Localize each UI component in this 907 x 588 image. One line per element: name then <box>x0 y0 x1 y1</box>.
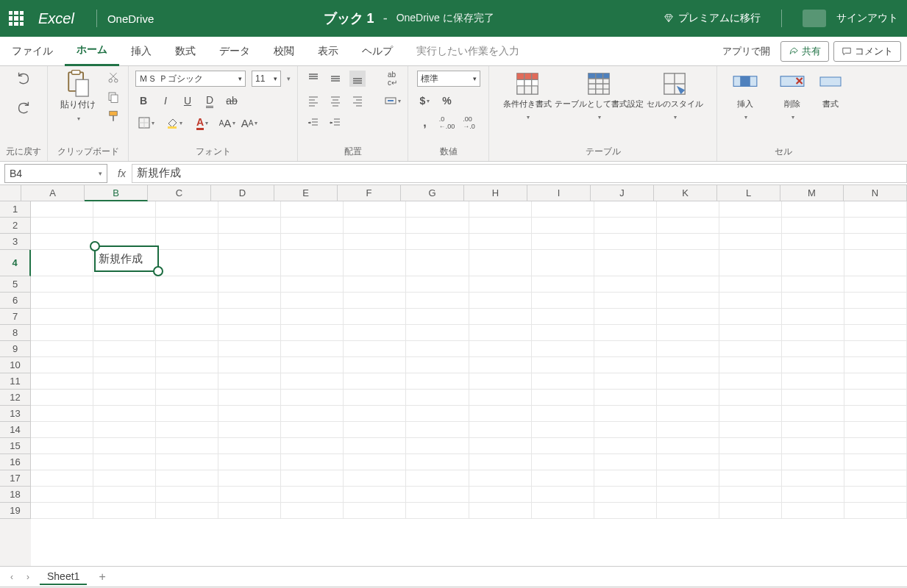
cell-I15[interactable] <box>532 438 594 454</box>
col-header-M[interactable]: M <box>780 185 844 201</box>
cell-C8[interactable] <box>156 325 218 341</box>
cell-C14[interactable] <box>156 422 218 438</box>
cell-L4[interactable] <box>719 250 782 276</box>
cell-M6[interactable] <box>782 293 844 309</box>
cell-N1[interactable] <box>844 201 907 218</box>
cell-D4[interactable] <box>218 250 281 276</box>
bold-button[interactable]: B <box>135 93 152 109</box>
cell-K15[interactable] <box>657 438 719 454</box>
doc-title[interactable]: ブック 1 <box>324 10 374 27</box>
cell-H9[interactable] <box>469 341 532 357</box>
cell-F8[interactable] <box>344 325 406 341</box>
cell-B13[interactable] <box>93 406 156 422</box>
strikethrough-button[interactable]: ab <box>224 93 240 109</box>
cell-F18[interactable] <box>344 487 406 503</box>
merge-button[interactable] <box>385 93 401 109</box>
cell-J3[interactable] <box>594 234 657 250</box>
formula-input[interactable]: 新規作成 <box>132 164 907 183</box>
undo-button[interactable] <box>15 71 32 87</box>
cell-L19[interactable] <box>719 503 782 519</box>
cell-J19[interactable] <box>594 503 657 519</box>
col-header-I[interactable]: I <box>527 185 591 201</box>
cell-B5[interactable] <box>93 276 156 293</box>
cell-H17[interactable] <box>469 470 532 487</box>
cell-H12[interactable] <box>469 390 532 406</box>
cell-C4[interactable] <box>156 250 218 276</box>
cell-F17[interactable] <box>344 470 406 487</box>
cell-M19[interactable] <box>782 503 844 519</box>
cell-J2[interactable] <box>594 218 657 234</box>
col-header-G[interactable]: G <box>401 185 464 201</box>
cell-B4[interactable] <box>93 250 156 276</box>
cell-I2[interactable] <box>532 218 594 234</box>
cell-A6[interactable] <box>31 293 93 309</box>
cell-B3[interactable] <box>93 234 156 250</box>
cell-F15[interactable] <box>344 438 406 454</box>
cell-E2[interactable] <box>281 218 344 234</box>
double-underline-button[interactable]: D <box>202 93 218 109</box>
cell-C18[interactable] <box>156 487 218 503</box>
cell-L18[interactable] <box>719 487 782 503</box>
cell-G4[interactable] <box>406 250 469 276</box>
row-header-7[interactable]: 7 <box>0 309 31 325</box>
cell-G3[interactable] <box>406 234 469 250</box>
cell-E10[interactable] <box>281 357 344 373</box>
cell-K16[interactable] <box>657 454 719 470</box>
row-header-16[interactable]: 16 <box>0 454 31 470</box>
cell-C13[interactable] <box>156 406 218 422</box>
row-header-19[interactable]: 19 <box>0 503 31 519</box>
row-header-4[interactable]: 4 <box>0 250 31 276</box>
cell-L13[interactable] <box>719 406 782 422</box>
cell-J18[interactable] <box>594 487 657 503</box>
cell-D11[interactable] <box>218 373 281 390</box>
tab-review[interactable]: 校閲 <box>262 37 306 66</box>
cell-A12[interactable] <box>31 390 93 406</box>
cell-H7[interactable] <box>469 309 532 325</box>
cell-I9[interactable] <box>532 341 594 357</box>
conditional-format-button[interactable]: 条件付き書式 <box>503 71 552 121</box>
cell-K7[interactable] <box>657 309 719 325</box>
currency-button[interactable]: $ <box>417 93 433 109</box>
cell-K3[interactable] <box>657 234 719 250</box>
cell-G11[interactable] <box>406 373 469 390</box>
cell-I5[interactable] <box>532 276 594 293</box>
row-header-15[interactable]: 15 <box>0 438 31 454</box>
cell-F5[interactable] <box>344 276 406 293</box>
cell-A15[interactable] <box>31 438 93 454</box>
format-cells-button[interactable]: 書式 <box>817 71 844 110</box>
cell-H11[interactable] <box>469 373 532 390</box>
open-in-app-button[interactable]: アプリで開 <box>716 45 776 58</box>
cell-F1[interactable] <box>344 201 406 218</box>
cell-B17[interactable] <box>93 470 156 487</box>
cell-C6[interactable] <box>156 293 218 309</box>
cell-M16[interactable] <box>782 454 844 470</box>
col-header-L[interactable]: L <box>717 185 780 201</box>
cell-J5[interactable] <box>594 276 657 293</box>
app-launcher-icon[interactable] <box>9 11 24 26</box>
italic-button[interactable]: I <box>157 93 174 109</box>
cell-B9[interactable] <box>93 341 156 357</box>
cell-L2[interactable] <box>719 218 782 234</box>
cell-A4[interactable] <box>31 250 93 276</box>
cell-D16[interactable] <box>218 454 281 470</box>
row-header-17[interactable]: 17 <box>0 470 31 487</box>
cell-I4[interactable] <box>532 250 594 276</box>
cell-F6[interactable] <box>344 293 406 309</box>
cell-E5[interactable] <box>281 276 344 293</box>
redo-button[interactable] <box>15 100 32 116</box>
cell-F16[interactable] <box>344 454 406 470</box>
paste-button[interactable]: 貼り付け <box>56 71 100 123</box>
comment-button[interactable]: コメント <box>833 41 901 62</box>
cell-L5[interactable] <box>719 276 782 293</box>
row-header-14[interactable]: 14 <box>0 422 31 438</box>
row-header-18[interactable]: 18 <box>0 487 31 503</box>
cell-E16[interactable] <box>281 454 344 470</box>
cell-D10[interactable] <box>218 357 281 373</box>
cell-C11[interactable] <box>156 373 218 390</box>
shrink-font-button[interactable]: AA <box>241 115 257 131</box>
cell-M18[interactable] <box>782 487 844 503</box>
cell-C5[interactable] <box>156 276 218 293</box>
cell-H2[interactable] <box>469 218 532 234</box>
col-header-N[interactable]: N <box>844 185 907 201</box>
copy-button[interactable] <box>106 90 121 104</box>
